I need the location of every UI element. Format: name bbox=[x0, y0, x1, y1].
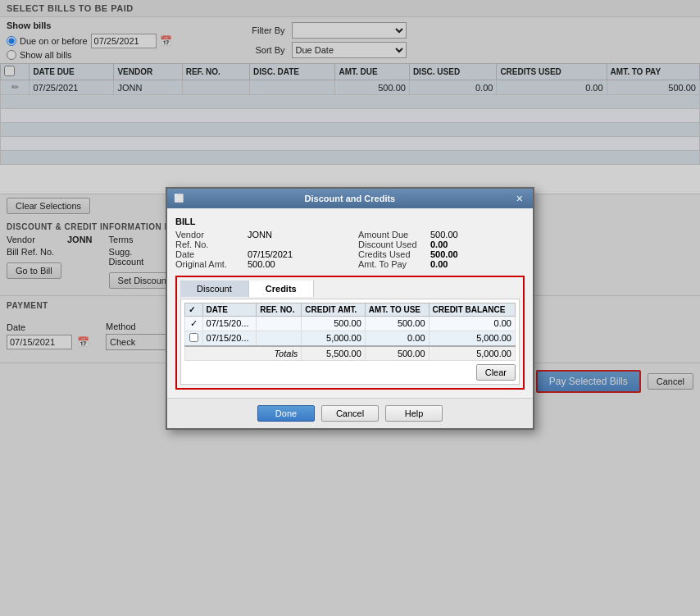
modal-date-row: Date 07/15/2021 bbox=[175, 249, 342, 259]
tab-discount[interactable]: Discount bbox=[180, 281, 249, 297]
tabs-section: Discount Credits ✓ DATE REF. NO. CRED bbox=[175, 276, 525, 390]
credits-tab-content: ✓ DATE REF. NO. CREDIT AMT. AMT. TO USE … bbox=[180, 299, 520, 385]
modal-vendor-label: Vendor bbox=[175, 230, 241, 240]
credits-col-ref: REF. NO. bbox=[257, 303, 302, 316]
modal-disc-used-label: Discount Used bbox=[358, 240, 424, 249]
modal-credits-used-value: 500.00 bbox=[430, 249, 458, 259]
credits-row-ref-2 bbox=[257, 331, 302, 346]
modal-ref-label: Ref. No. bbox=[175, 240, 241, 249]
credits-col-balance: CREDIT BALANCE bbox=[429, 303, 515, 316]
discount-credits-modal: ⬜ Discount and Credits × BILL Vendor JON… bbox=[166, 187, 534, 430]
modal-credits-used-row: Credits Used 500.00 bbox=[358, 249, 525, 259]
help-button[interactable]: Help bbox=[385, 405, 443, 422]
credits-table: ✓ DATE REF. NO. CREDIT AMT. AMT. TO USE … bbox=[184, 303, 516, 361]
checkmark-icon: ✓ bbox=[190, 318, 198, 328]
clear-button[interactable]: Clear bbox=[476, 364, 516, 381]
modal-date-label: Date bbox=[175, 249, 241, 259]
modal-amt-due-row: Amount Due 500.00 bbox=[358, 230, 525, 240]
totals-label: Totals bbox=[185, 346, 302, 361]
modal-disc-used-value: 0.00 bbox=[430, 240, 448, 249]
bill-section-title: BILL bbox=[175, 217, 525, 226]
bill-info-left: Vendor JONN Ref. No. Date 07/15/2021 bbox=[175, 230, 342, 269]
credits-row-amt-to-use: 500.00 bbox=[365, 316, 429, 331]
bill-info-right: Amount Due 500.00 Discount Used 0.00 Cre… bbox=[358, 230, 525, 269]
total-credit-amt: 5,500.00 bbox=[302, 346, 365, 361]
modal-orig-amt-row: Original Amt. 500.00 bbox=[175, 259, 342, 269]
credits-row-ref bbox=[257, 316, 302, 331]
modal-title-icon: ⬜ bbox=[174, 194, 184, 203]
modal-orig-amt-label: Original Amt. bbox=[175, 259, 241, 269]
modal-ref-row: Ref. No. bbox=[175, 240, 342, 249]
bill-info-grid: Vendor JONN Ref. No. Date 07/15/2021 bbox=[175, 230, 525, 269]
modal-close-button[interactable]: × bbox=[513, 192, 526, 205]
modal-disc-used-row: Discount Used 0.00 bbox=[358, 240, 525, 249]
credits-totals-row: Totals 5,500.00 500.00 5,000.00 bbox=[185, 346, 516, 361]
credits-row[interactable]: ✓ 07/15/20... 500.00 500.00 0.00 bbox=[185, 316, 516, 331]
total-credit-balance: 5,000.00 bbox=[429, 346, 515, 361]
credits-row-checkbox-2[interactable] bbox=[189, 333, 198, 342]
modal-amt-to-pay-row: Amt. To Pay 0.00 bbox=[358, 259, 525, 269]
credits-row-date-2: 07/15/20... bbox=[202, 331, 257, 346]
main-window: SELECT BILLS TO BE PAID Show bills Due o… bbox=[0, 0, 700, 616]
total-amt-to-use: 500.00 bbox=[365, 346, 429, 361]
credits-row-check-2 bbox=[185, 331, 203, 346]
credits-col-amt-to-use: AMT. TO USE bbox=[365, 303, 429, 316]
modal-orig-amt-value: 500.00 bbox=[248, 259, 275, 269]
modal-amt-due-label: Amount Due bbox=[358, 230, 424, 240]
credits-row-balance-2: 5,000.00 bbox=[429, 331, 515, 346]
modal-vendor-value: JONN bbox=[248, 230, 272, 240]
credits-row-check: ✓ bbox=[185, 316, 203, 331]
modal-vendor-row: Vendor JONN bbox=[175, 230, 342, 240]
credits-row-credit-amt-2: 5,000.00 bbox=[302, 331, 365, 346]
done-button[interactable]: Done bbox=[257, 405, 315, 422]
credits-row-date: 07/15/20... bbox=[202, 316, 257, 331]
modal-overlay: ⬜ Discount and Credits × BILL Vendor JON… bbox=[0, 0, 700, 616]
bill-section: BILL Vendor JONN Ref. No. bbox=[175, 217, 525, 269]
modal-amt-due-value: 500.00 bbox=[430, 230, 458, 240]
modal-footer: Done Cancel Help bbox=[167, 398, 533, 428]
modal-body: BILL Vendor JONN Ref. No. bbox=[167, 208, 533, 398]
modal-amt-to-pay-value: 0.00 bbox=[430, 259, 448, 269]
modal-date-value: 07/15/2021 bbox=[248, 249, 293, 259]
credits-col-date: DATE bbox=[202, 303, 257, 316]
tabs-row: Discount Credits bbox=[180, 281, 520, 297]
credits-col-check: ✓ bbox=[185, 303, 203, 316]
credits-row-amt-to-use-2: 0.00 bbox=[365, 331, 429, 346]
modal-title: Discount and Credits bbox=[187, 194, 513, 203]
credits-row-credit-amt: 500.00 bbox=[302, 316, 365, 331]
modal-credits-used-label: Credits Used bbox=[358, 249, 424, 259]
modal-amt-to-pay-label: Amt. To Pay bbox=[358, 259, 424, 269]
clear-btn-row: Clear bbox=[184, 364, 516, 381]
credits-row[interactable]: 07/15/20... 5,000.00 0.00 5,000.00 bbox=[185, 331, 516, 346]
modal-titlebar: ⬜ Discount and Credits × bbox=[167, 189, 533, 208]
tab-credits[interactable]: Credits bbox=[249, 281, 314, 297]
modal-cancel-button[interactable]: Cancel bbox=[321, 405, 379, 422]
credits-row-balance: 0.00 bbox=[429, 316, 515, 331]
credits-col-credit-amt: CREDIT AMT. bbox=[302, 303, 365, 316]
